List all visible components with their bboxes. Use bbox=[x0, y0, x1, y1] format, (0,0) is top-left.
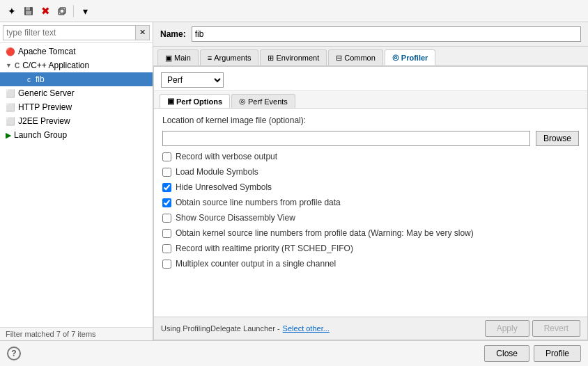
tab-arguments[interactable]: ≡ Arguments bbox=[200, 49, 259, 65]
launcher-text: Using ProfilingDelegate Launcher - bbox=[161, 324, 280, 333]
launcher-area: Using ProfilingDelegate Launcher - Selec… bbox=[154, 317, 587, 340]
sub-tab-perf-options-label: Perf Options bbox=[176, 97, 222, 106]
tree-item-http-preview[interactable]: ⬜ HTTP Preview bbox=[0, 100, 153, 114]
realtime-checkbox[interactable] bbox=[162, 244, 171, 253]
profiler-tab-content: Perf ▣ Perf Options ◎ Perf Events Locati… bbox=[153, 66, 588, 340]
cpp-icon: C bbox=[15, 62, 20, 70]
fib-icon: c bbox=[25, 75, 33, 84]
tab-environment[interactable]: ⊞ Environment bbox=[260, 49, 327, 65]
footer-left: ? bbox=[7, 347, 21, 360]
search-bar: ✕ bbox=[0, 22, 153, 43]
checkbox-load-module: Load Module Symbols bbox=[162, 167, 579, 177]
kernel-source-label: Obtain kernel source line numbers from p… bbox=[176, 228, 474, 238]
tree-item-cpp-application[interactable]: ▼ C C/C++ Application bbox=[0, 58, 153, 72]
apply-button[interactable]: Apply bbox=[485, 320, 529, 337]
tree-item-label: Generic Server bbox=[18, 88, 75, 98]
tab-common[interactable]: ⊟ Common bbox=[328, 49, 383, 65]
profiler-tab-icon: ◎ bbox=[392, 53, 399, 62]
footer-right: Close Profile bbox=[484, 345, 581, 362]
verbose-label: Record with verbose output bbox=[176, 152, 277, 161]
hide-unresolved-checkbox[interactable] bbox=[162, 183, 171, 192]
main-tab-icon: ▣ bbox=[165, 54, 172, 63]
kernel-source-checkbox[interactable] bbox=[162, 229, 171, 238]
tree-item-label: fib bbox=[36, 74, 45, 84]
perf-options-icon: ▣ bbox=[167, 97, 174, 106]
search-input[interactable] bbox=[3, 25, 136, 40]
tree-item-label: C/C++ Application bbox=[22, 61, 89, 70]
search-clear-button[interactable]: ✕ bbox=[136, 25, 150, 40]
svg-rect-2 bbox=[26, 11, 31, 15]
tab-main[interactable]: ▣ Main bbox=[157, 49, 199, 65]
sub-tab-perf-events[interactable]: ◎ Perf Events bbox=[231, 94, 295, 108]
show-disassembly-checkbox[interactable] bbox=[162, 214, 171, 223]
toolbar-sep bbox=[73, 5, 74, 17]
environment-tab-icon: ⊞ bbox=[268, 54, 274, 63]
name-input[interactable] bbox=[192, 26, 581, 42]
checkbox-hide-unresolved: Hide Unresolved Symbols bbox=[162, 182, 579, 192]
verbose-checkbox[interactable] bbox=[162, 152, 171, 161]
tab-profiler-label: Profiler bbox=[401, 54, 428, 62]
duplicate-button[interactable] bbox=[54, 3, 70, 19]
checkbox-kernel-source: Obtain kernel source line numbers from p… bbox=[162, 228, 579, 238]
left-panel: ✕ 🔴 Apache Tomcat ▼ C C/C++ Application … bbox=[0, 22, 153, 340]
tree-item-label: HTTP Preview bbox=[18, 102, 72, 112]
checkbox-show-disassembly: Show Source Disassembly View bbox=[162, 213, 579, 223]
perf-header: Perf bbox=[154, 67, 587, 91]
tree-item-generic-server[interactable]: ⬜ Generic Server bbox=[0, 86, 153, 100]
kernel-image-input[interactable] bbox=[162, 131, 530, 146]
tree-item-label: Apache Tomcat bbox=[18, 47, 76, 56]
launch-group-icon: ▶ bbox=[6, 131, 11, 140]
tab-environment-label: Environment bbox=[276, 54, 319, 62]
sub-tabs-row: ▣ Perf Options ◎ Perf Events bbox=[154, 91, 587, 109]
sub-tab-perf-events-label: Perf Events bbox=[248, 97, 288, 106]
checkbox-verbose: Record with verbose output bbox=[162, 152, 579, 161]
new-button[interactable]: ✦ bbox=[4, 3, 20, 19]
select-other-link[interactable]: Select other... bbox=[283, 324, 330, 333]
filter-status: Filter matched 7 of 7 items bbox=[0, 327, 153, 340]
name-row: Name: bbox=[153, 22, 588, 47]
right-panel: Name: ▣ Main ≡ Arguments ⊞ Environment ⊟… bbox=[153, 22, 588, 340]
http-icon: ⬜ bbox=[6, 103, 15, 112]
kernel-image-row: Location of kernel image file (optional)… bbox=[162, 116, 579, 125]
multiplex-label: Multiplex counter output in a single cha… bbox=[176, 259, 336, 269]
checkbox-source-lines: Obtain source line numbers from profile … bbox=[162, 198, 579, 207]
tree-item-apache-tomcat[interactable]: 🔴 Apache Tomcat bbox=[0, 45, 153, 58]
source-lines-checkbox[interactable] bbox=[162, 198, 171, 207]
tab-main-label: Main bbox=[174, 54, 191, 62]
more-button[interactable]: ▾ bbox=[77, 3, 93, 19]
main-area: ✕ 🔴 Apache Tomcat ▼ C C/C++ Application … bbox=[0, 22, 588, 340]
checkbox-realtime: Record with realtime priority (RT SCHED_… bbox=[162, 244, 579, 253]
tree-item-j2ee-preview[interactable]: ⬜ J2EE Preview bbox=[0, 114, 153, 128]
svg-rect-4 bbox=[60, 8, 65, 13]
help-button[interactable]: ? bbox=[7, 347, 21, 360]
delete-button[interactable]: ✖ bbox=[38, 3, 53, 19]
tab-arguments-label: Arguments bbox=[214, 54, 251, 62]
kernel-image-label: Location of kernel image file (optional)… bbox=[162, 116, 306, 125]
options-content: Location of kernel image file (optional)… bbox=[154, 109, 587, 317]
show-disassembly-label: Show Source Disassembly View bbox=[176, 213, 295, 223]
tab-profiler[interactable]: ◎ Profiler bbox=[385, 49, 436, 65]
save-button[interactable] bbox=[21, 3, 36, 19]
revert-button[interactable]: Revert bbox=[532, 320, 580, 337]
tree-item-label: J2EE Preview bbox=[18, 116, 70, 126]
tree-item-launch-group[interactable]: ▶ Launch Group bbox=[0, 128, 153, 142]
source-lines-label: Obtain source line numbers from profile … bbox=[176, 198, 341, 207]
footer: ? Close Profile bbox=[0, 340, 588, 366]
expand-icon: ▼ bbox=[6, 62, 12, 69]
perf-dropdown[interactable]: Perf bbox=[161, 72, 224, 88]
load-module-checkbox[interactable] bbox=[162, 168, 171, 177]
multiplex-checkbox[interactable] bbox=[162, 260, 171, 269]
name-label: Name: bbox=[160, 29, 186, 39]
tab-common-label: Common bbox=[344, 54, 376, 62]
svg-rect-1 bbox=[26, 7, 30, 10]
svg-rect-3 bbox=[59, 9, 64, 15]
sub-tab-perf-options[interactable]: ▣ Perf Options bbox=[160, 94, 230, 108]
tree-item-fib[interactable]: c fib bbox=[0, 72, 153, 86]
browse-button[interactable]: Browse bbox=[536, 131, 579, 146]
tomcat-icon: 🔴 bbox=[6, 47, 15, 56]
generic-icon: ⬜ bbox=[6, 89, 15, 98]
profile-button[interactable]: Profile bbox=[534, 345, 581, 362]
arguments-tab-icon: ≡ bbox=[208, 54, 212, 62]
close-button[interactable]: Close bbox=[484, 345, 529, 362]
common-tab-icon: ⊟ bbox=[336, 54, 342, 63]
